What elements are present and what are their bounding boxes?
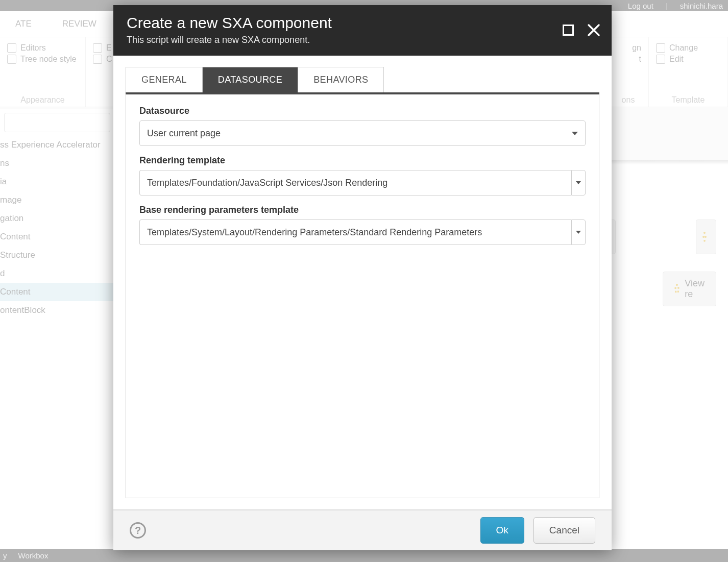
label-rendering-template: Rendering template	[139, 155, 586, 166]
dialog-title: Create a new SXA component	[127, 14, 598, 32]
maximize-button[interactable]	[563, 23, 574, 37]
dialog-subtitle: This script will create a new SXA compon…	[127, 35, 598, 45]
select-datasource[interactable]: User current page	[139, 120, 586, 146]
field-datasource: Datasource User current page	[139, 106, 586, 146]
chevron-down-icon	[572, 132, 578, 135]
dialog-body: GENERAL DATASOURCE BEHAVIORS Datasource …	[113, 56, 612, 509]
dialog-header: Create a new SXA component This script w…	[113, 5, 612, 56]
dialog-tabs: GENERAL DATASOURCE BEHAVIORS	[126, 67, 384, 92]
question-icon: ?	[135, 525, 141, 536]
maximize-icon	[563, 25, 574, 36]
close-button[interactable]	[587, 23, 600, 37]
combo-base-params-template-button[interactable]	[571, 219, 586, 245]
dialog-footer: ? Ok Cancel	[113, 509, 612, 550]
dialog-create-sxa-component: Create a new SXA component This script w…	[113, 5, 612, 550]
combo-rendering-template-input[interactable]: Templates/Foundation/JavaScript Services…	[139, 170, 571, 196]
close-icon	[587, 23, 600, 37]
combo-base-params-template: Templates/System/Layout/Rendering Parame…	[139, 219, 586, 245]
form-panel: Datasource User current page Rendering t…	[126, 94, 599, 498]
combo-base-params-template-input[interactable]: Templates/System/Layout/Rendering Parame…	[139, 219, 571, 245]
field-rendering-template: Rendering template Templates/Foundation/…	[139, 155, 586, 196]
select-datasource-value: User current page	[147, 128, 221, 139]
tab-datasource[interactable]: DATASOURCE	[203, 67, 298, 92]
label-base-params-template: Base rendering parameters template	[139, 205, 586, 215]
tab-general[interactable]: GENERAL	[126, 67, 203, 92]
cancel-button[interactable]: Cancel	[533, 517, 595, 544]
ok-button[interactable]: Ok	[480, 517, 524, 544]
combo-rendering-template: Templates/Foundation/JavaScript Services…	[139, 170, 586, 196]
help-button[interactable]: ?	[130, 522, 146, 539]
label-datasource: Datasource	[139, 106, 586, 116]
tab-behaviors[interactable]: BEHAVIORS	[298, 67, 383, 92]
caret-down-icon	[576, 231, 581, 234]
field-base-params-template: Base rendering parameters template Templ…	[139, 205, 586, 245]
combo-rendering-template-button[interactable]	[571, 170, 586, 196]
caret-down-icon	[576, 181, 581, 184]
